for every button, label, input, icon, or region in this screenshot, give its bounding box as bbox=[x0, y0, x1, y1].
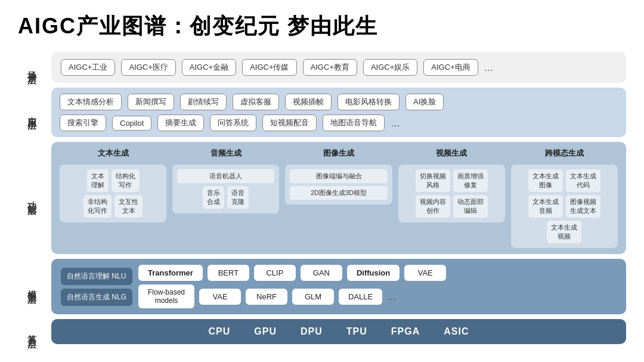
model-tag-vae-2: VAE bbox=[199, 289, 241, 305]
func-image-box: 图像端编与融合 2D图像生成3D模型 bbox=[285, 165, 392, 205]
compute-cpu: CPU bbox=[209, 326, 231, 337]
func-image-item-1: 2D图像生成3D模型 bbox=[290, 186, 387, 200]
func-text-title: 文本生成 bbox=[60, 148, 166, 159]
model-tag-nerf: NeRF bbox=[246, 289, 287, 305]
app-tag-5: 电影风格转换 bbox=[338, 94, 400, 110]
model-tag-gan: GAN bbox=[301, 265, 342, 281]
compute-gpu: GPU bbox=[254, 326, 277, 337]
scene-tag-1: AIGC+医疗 bbox=[121, 59, 175, 76]
app-layer: 文本情感分析 新闻撰写 剧情续写 虚拟客服 视频插帧 电影风格转换 AI换脸 搜… bbox=[51, 88, 626, 137]
model-tag-glm: GLM bbox=[292, 289, 334, 305]
func-text-item-3: 文互性文本 bbox=[114, 195, 143, 218]
app-tag-12: 地图语音导航 bbox=[323, 115, 385, 131]
func-audio-box: 语音机器人 音乐合成 语音克隆 bbox=[172, 165, 279, 214]
func-video-title: 视频生成 bbox=[398, 148, 505, 159]
func-video-item-3: 动态面部编辑 bbox=[453, 195, 488, 218]
model-nlp-col: 自然语言理解 NLU 自然语言生成 NLG bbox=[61, 265, 132, 308]
scene-tag-6: AIGC+电商 bbox=[423, 59, 478, 76]
model-row-1: Transformer BERT CLIP GAN Diffusion VAE bbox=[138, 265, 617, 281]
func-text: 文本生成 文本理解 结构化写作 非结构化写作 文互性文本 bbox=[60, 148, 166, 248]
func-mm-item-3: 图像视频生成文本 bbox=[566, 195, 600, 218]
func-image-item-0: 图像端编与融合 bbox=[290, 169, 387, 183]
func-video-item-0: 切换视频风格 bbox=[416, 169, 450, 192]
func-row: 功能层 文本生成 文本理解 结构化写作 非结构化写作 文互性文本 bbox=[18, 142, 626, 254]
model-nlp-tag-0: 自然语言理解 NLU bbox=[61, 268, 132, 285]
model-row: 模型层 自然语言理解 NLU 自然语言生成 NLG Transformer BE… bbox=[18, 259, 626, 314]
app-tag-3: 虚拟客服 bbox=[233, 94, 279, 110]
func-audio: 音频生成 语音机器人 音乐合成 语音克隆 bbox=[172, 148, 279, 248]
compute-layer: CPU GPU DPU TPU FPGA ASIC bbox=[51, 319, 626, 344]
func-video-box: 切换视频风格 画质增强修复 视频内容创作 动态面部编辑 bbox=[398, 165, 505, 222]
model-tag-diffusion: Diffusion bbox=[347, 265, 400, 281]
func-mm-item-1: 文本生成代码 bbox=[566, 169, 600, 192]
app-tag-8: Copilot bbox=[112, 116, 151, 131]
model-dots: ... bbox=[387, 290, 396, 303]
app-label: 应用层 bbox=[18, 88, 47, 137]
func-multimodal: 跨模态生成 文本生成图像 文本生成代码 文本生成音频 图像视频生成文本 文本生成… bbox=[511, 148, 618, 248]
app-dots: ... bbox=[391, 117, 400, 129]
func-video: 视频生成 切换视频风格 画质增强修复 视频内容创作 动态面部编辑 bbox=[398, 148, 505, 248]
func-video-item-1: 画质增强修复 bbox=[453, 169, 488, 192]
scene-tag-2: AIGC+金融 bbox=[182, 59, 236, 76]
app-tag-0: 文本情感分析 bbox=[60, 94, 122, 110]
func-audio-title: 音频生成 bbox=[172, 148, 279, 159]
compute-row: 算力层 CPU GPU DPU TPU FPGA ASIC bbox=[18, 319, 626, 344]
model-tag-vae-1: VAE bbox=[404, 265, 446, 281]
func-video-item-2: 视频内容创作 bbox=[416, 195, 450, 218]
func-mm-item-0: 文本生成图像 bbox=[528, 169, 563, 192]
model-nlp-tag-1: 自然语言生成 NLG bbox=[61, 289, 132, 306]
app-tag-10: 问答系统 bbox=[210, 115, 256, 131]
main-layout: 场景层 AIGC+工业 AIGC+医疗 AIGC+金融 AIGC+传媒 AIGC… bbox=[18, 52, 626, 344]
scene-row: 场景层 AIGC+工业 AIGC+医疗 AIGC+金融 AIGC+传媒 AIGC… bbox=[18, 52, 626, 83]
page-title: AIGC产业图谱：创变纪元 梦由此生 bbox=[18, 12, 626, 41]
app-row: 应用层 文本情感分析 新闻撰写 剧情续写 虚拟客服 视频插帧 电影风格转换 AI… bbox=[18, 88, 626, 137]
compute-fpga: FPGA bbox=[391, 326, 420, 337]
func-audio-item-2: 语音克隆 bbox=[227, 186, 249, 209]
model-tag-bert: BERT bbox=[208, 265, 249, 281]
scene-layer: AIGC+工业 AIGC+医疗 AIGC+金融 AIGC+传媒 AIGC+教育 … bbox=[51, 52, 626, 83]
app-tag-2: 剧情续写 bbox=[180, 94, 227, 110]
model-tag-clip: CLIP bbox=[254, 265, 296, 281]
func-text-item-1: 结构化写作 bbox=[112, 169, 140, 192]
model-tag-flow: Flow-basedmodels bbox=[138, 284, 194, 308]
app-tag-4: 视频插帧 bbox=[285, 94, 332, 110]
func-multimodal-title: 跨模态生成 bbox=[511, 148, 618, 159]
scene-tag-0: AIGC+工业 bbox=[61, 59, 115, 76]
model-layer: 自然语言理解 NLU 自然语言生成 NLG Transformer BERT C… bbox=[51, 259, 626, 314]
func-grid: 文本生成 文本理解 结构化写作 非结构化写作 文互性文本 音频生 bbox=[60, 148, 618, 248]
scene-label: 场景层 bbox=[18, 52, 47, 83]
func-image: 图像生成 图像端编与融合 2D图像生成3D模型 bbox=[285, 148, 392, 248]
scene-tag-5: AIGC+娱乐 bbox=[363, 59, 417, 76]
scene-tag-3: AIGC+传媒 bbox=[242, 59, 296, 76]
app-row-1: 文本情感分析 新闻撰写 剧情续写 虚拟客服 视频插帧 电影风格转换 AI换脸 bbox=[60, 94, 618, 110]
func-mm-item-4: 文本生成视频 bbox=[547, 221, 581, 243]
scene-tag-4: AIGC+教育 bbox=[303, 59, 357, 76]
func-audio-item-1: 音乐合成 bbox=[203, 186, 224, 209]
func-audio-item-0: 语音机器人 bbox=[177, 169, 274, 183]
func-mm-item-2: 文本生成音频 bbox=[528, 195, 563, 218]
app-tag-9: 摘要生成 bbox=[157, 115, 204, 131]
func-text-item-0: 文本理解 bbox=[87, 169, 109, 192]
model-grid-col: Transformer BERT CLIP GAN Diffusion VAE … bbox=[138, 265, 617, 308]
model-row-2: Flow-basedmodels VAE NeRF GLM DALLE ... bbox=[138, 284, 617, 308]
model-label: 模型层 bbox=[18, 259, 47, 314]
compute-asic: ASIC bbox=[444, 326, 469, 337]
func-multimodal-box: 文本生成图像 文本生成代码 文本生成音频 图像视频生成文本 文本生成视频 bbox=[511, 165, 618, 248]
app-row-2: 搜索引擎 Copilot 摘要生成 问答系统 短视频配音 地图语音导航 ... bbox=[60, 115, 618, 131]
func-label: 功能层 bbox=[18, 142, 47, 254]
func-text-box: 文本理解 结构化写作 非结构化写作 文互性文本 bbox=[60, 165, 166, 222]
model-tag-transformer: Transformer bbox=[138, 265, 203, 281]
scene-dots: ... bbox=[484, 61, 493, 74]
func-image-title: 图像生成 bbox=[285, 148, 392, 159]
compute-label: 算力层 bbox=[18, 319, 47, 344]
app-tag-6: AI换脸 bbox=[405, 94, 444, 110]
model-tag-dalle: DALLE bbox=[339, 289, 382, 305]
app-tag-1: 新闻撰写 bbox=[128, 94, 174, 110]
app-tag-11: 短视频配音 bbox=[262, 115, 317, 131]
func-layer: 文本生成 文本理解 结构化写作 非结构化写作 文互性文本 音频生 bbox=[51, 142, 626, 254]
compute-tpu: TPU bbox=[346, 326, 367, 337]
func-text-item-2: 非结构化写作 bbox=[83, 195, 112, 218]
app-tag-7: 搜索引擎 bbox=[60, 115, 106, 131]
compute-dpu: DPU bbox=[301, 326, 323, 337]
